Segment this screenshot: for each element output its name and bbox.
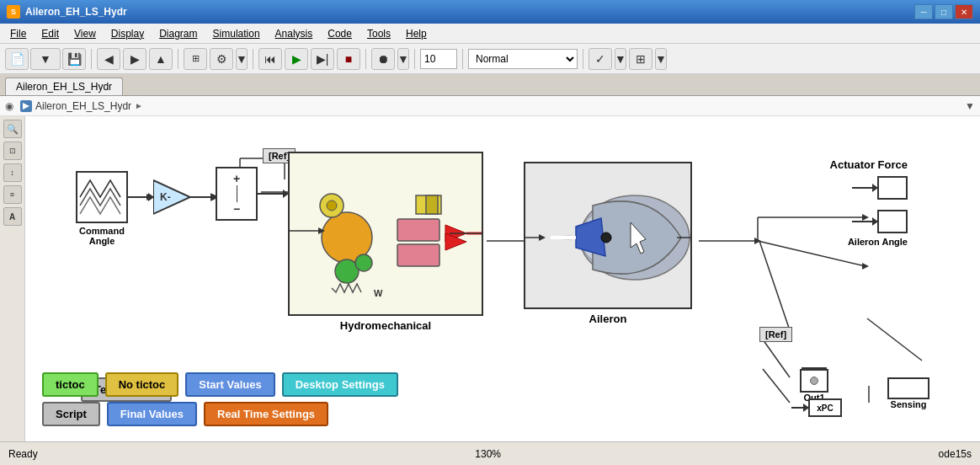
title-bar-left: S Aileron_EH_LS_Hydr <box>7 5 127 19</box>
nav-buttons: 📄 ▼ 💾 <box>5 48 86 70</box>
forward-button[interactable]: ▶ <box>123 48 146 70</box>
canvas-container: 🔍 ⊡ ↕ ≡ A <box>0 116 980 441</box>
svg-point-49 <box>601 232 611 243</box>
aileron-block[interactable]: Aileron <box>524 162 692 325</box>
step-back-button[interactable]: ⏮ <box>258 48 282 70</box>
menu-diagram[interactable]: Diagram <box>152 26 204 41</box>
menu-view[interactable]: View <box>67 26 103 41</box>
output-block-2[interactable] <box>877 210 908 233</box>
tab-main[interactable]: Aileron_EH_LS_Hydr <box>5 78 123 95</box>
up-button[interactable]: ▲ <box>149 48 173 70</box>
check-dropdown[interactable]: ▼ <box>615 48 626 70</box>
settings-dropdown[interactable]: ▼ <box>236 48 248 70</box>
svg-point-44 <box>327 200 337 211</box>
final-values-button[interactable]: Final Values <box>107 402 197 426</box>
maximize-button[interactable]: □ <box>935 4 953 19</box>
svg-rect-48 <box>551 236 576 239</box>
check-button[interactable]: ✓ <box>589 48 612 70</box>
sim-time-input[interactable] <box>420 49 457 69</box>
sensing-box[interactable] <box>887 377 929 399</box>
settings-button[interactable]: ⚙ <box>210 48 233 70</box>
svg-point-31 <box>355 254 372 271</box>
new-button[interactable]: 📄 <box>5 48 29 70</box>
svg-text:W: W <box>374 288 383 298</box>
svg-line-21 <box>759 241 791 335</box>
breadcrumb-path[interactable]: Aileron_EH_LS_Hydr <box>35 100 131 112</box>
aileron-angle-label: Aileron Angle <box>830 237 908 247</box>
svg-line-23 <box>763 369 790 403</box>
wire-2 <box>190 196 216 198</box>
menu-simulation[interactable]: Simulation <box>206 26 267 41</box>
sep2 <box>178 49 178 69</box>
hydromechanical-block[interactable]: W Hydromechanical <box>288 152 483 332</box>
record-dropdown[interactable]: ▼ <box>397 48 409 70</box>
simulink-canvas[interactable]: CommandAngle K- + − <box>25 116 980 441</box>
xpc-block[interactable]: xPC <box>791 398 842 417</box>
sum-block[interactable]: + − <box>216 167 258 221</box>
breadcrumb-nav-left[interactable]: ◉ <box>5 100 13 112</box>
bottom-buttons: tictoc No tictoc Start Values Desktop Se… <box>42 372 398 426</box>
breadcrumb-bar: ◉ Aileron_EH_LS_Hydr ► ▼ <box>0 96 980 116</box>
sep4 <box>365 49 366 69</box>
solver-text: ode15s <box>939 448 972 460</box>
menu-edit[interactable]: Edit <box>35 26 66 41</box>
desktop-settings-button[interactable]: Desktop Settings <box>282 372 398 397</box>
script-button[interactable]: Script <box>42 402 100 426</box>
breadcrumb-dropdown[interactable]: ▼ <box>965 100 975 112</box>
sim-mode-dropdown[interactable]: Normal Accelerator Rapid Accelerator Ext… <box>468 49 578 69</box>
stop-button[interactable]: ■ <box>337 48 360 70</box>
library-button[interactable]: ⊞ <box>184 48 207 70</box>
grid-button[interactable]: ⊞ <box>629 48 652 70</box>
step-button[interactable]: ▶| <box>311 48 334 70</box>
menu-help[interactable]: Help <box>399 26 434 41</box>
save-button[interactable]: 💾 <box>62 48 86 70</box>
zoom-fit-button[interactable]: ⊡ <box>3 142 22 160</box>
record-button[interactable]: ⏺ <box>371 48 395 70</box>
status-bar: Ready 130% ode15s <box>0 441 980 465</box>
svg-rect-35 <box>426 195 438 214</box>
no-tictoc-button[interactable]: No tictoc <box>105 372 179 397</box>
menu-file[interactable]: File <box>3 26 33 41</box>
breadcrumb-simulink-icon <box>20 100 32 112</box>
menu-tools[interactable]: Tools <box>360 26 397 41</box>
svg-marker-53 <box>690 234 692 241</box>
svg-rect-32 <box>397 219 439 241</box>
svg-rect-33 <box>397 244 439 266</box>
back-button[interactable]: ◀ <box>97 48 120 70</box>
pan-button[interactable]: ≡ <box>3 185 22 204</box>
command-angle-label: CommandAngle <box>79 226 125 246</box>
sensing-block[interactable]: Sensing <box>887 377 929 409</box>
command-angle-block[interactable]: CommandAngle <box>76 171 128 246</box>
real-time-settings-button[interactable]: Real Time Settings <box>204 402 328 426</box>
actuator-force-label: Actuator Force <box>830 158 908 171</box>
simulink-icon: S <box>7 5 20 19</box>
minimize-button[interactable]: ─ <box>914 4 933 19</box>
menu-display[interactable]: Display <box>104 26 151 41</box>
close-button[interactable]: ✕ <box>955 4 973 19</box>
zoom-in-button[interactable]: 🔍 <box>3 120 22 138</box>
text-button[interactable]: A <box>3 207 22 226</box>
menu-code[interactable]: Code <box>321 26 359 41</box>
status-text: Ready <box>8 448 38 460</box>
zoom-out-button[interactable]: ↕ <box>3 163 22 182</box>
tab-label: Aileron_EH_LS_Hydr <box>16 81 112 93</box>
menu-analysis[interactable]: Analysis <box>269 26 320 41</box>
menu-bar: File Edit View Display Diagram Simulatio… <box>0 24 980 44</box>
svg-marker-15 <box>754 238 761 244</box>
sep6 <box>462 49 463 69</box>
open-dropdown[interactable]: ▼ <box>30 48 61 70</box>
output-block-1[interactable] <box>877 176 908 200</box>
svg-marker-0 <box>23 103 29 110</box>
svg-marker-26 <box>153 180 190 214</box>
title-bar-controls: ─ □ ✕ <box>914 4 973 19</box>
svg-text:K-: K- <box>160 191 171 203</box>
zoom-text: 130% <box>475 448 501 460</box>
run-button[interactable]: ▶ <box>285 48 308 70</box>
gain-block[interactable]: K- <box>153 177 190 217</box>
out1-block[interactable]: Out1 <box>800 367 828 403</box>
grid-dropdown[interactable]: ▼ <box>655 48 667 70</box>
xpc-label: xPC <box>808 398 842 417</box>
start-values-button[interactable]: Start Values <box>185 372 274 397</box>
svg-marker-51 <box>539 234 546 241</box>
tictoc-button[interactable]: tictoc <box>42 372 99 397</box>
